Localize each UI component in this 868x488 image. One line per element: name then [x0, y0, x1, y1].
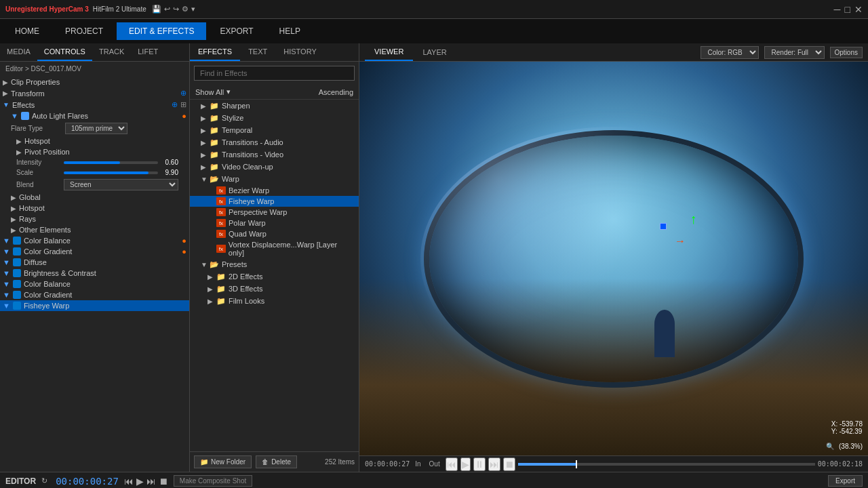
editor-play-icon[interactable]: ▶: [136, 476, 144, 487]
blend-select[interactable]: Screen: [64, 179, 178, 190]
effects-tree: ▶ Clip Properties ▶ Transform ⊕ ▼ Effect…: [0, 75, 189, 472]
clip-properties-item[interactable]: ▶ Clip Properties: [0, 77, 189, 87]
color-balance-1-item[interactable]: ▼ Color Balance ●: [0, 235, 189, 246]
other-elements-item[interactable]: ▶ Other Elements: [0, 224, 189, 235]
items-count: 252 Items: [325, 458, 355, 466]
color-gradient-2-item[interactable]: ▼ Color Gradient: [0, 289, 189, 300]
tab-media[interactable]: MEDIA: [0, 43, 37, 61]
brightness-contrast-item[interactable]: ▼ Brightness & Contrast: [0, 268, 189, 279]
editor-stop-icon[interactable]: ⏹: [159, 476, 168, 487]
tab-viewer[interactable]: VIEWER: [365, 43, 413, 61]
effects-item-quad-warp[interactable]: fx Quad Warp: [190, 228, 359, 239]
color-gradient-remove[interactable]: ●: [182, 247, 186, 256]
effects-item-transitions-video[interactable]: ▶ 📁 Transitions - Video: [190, 148, 359, 161]
tab-lifet[interactable]: LIFET: [131, 43, 165, 61]
transform-item[interactable]: ▶ Transform ⊕: [0, 87, 189, 99]
effects-item-presets[interactable]: ▼ 📂 Presets: [190, 258, 359, 270]
effects-item-sharpen[interactable]: ▶ 📁 Sharpen: [190, 100, 359, 112]
playback-bar: 00:00:00:27 In Out ⏮ ▶ ⏸ ⏭ ⏹ 00:00:02:18: [359, 455, 868, 472]
effects-menu-icon[interactable]: ⊞: [180, 100, 186, 109]
hotspot-item[interactable]: ▶ Hotspot: [0, 136, 189, 146]
transform-add-icon[interactable]: ⊕: [180, 89, 186, 98]
global-item[interactable]: ▶ Global: [0, 192, 189, 203]
effect-icon: fx: [216, 186, 226, 195]
folder-icon: 📁: [216, 296, 226, 306]
color-balance-2-item[interactable]: ▼ Color Balance: [0, 279, 189, 289]
effects-item-2d[interactable]: ▶ 📁 2D Effects: [190, 270, 359, 283]
flare-type-select[interactable]: 105mm prime: [65, 123, 127, 134]
nav-export[interactable]: EXPORT: [208, 22, 265, 40]
composite-button[interactable]: Make Composite Shot: [174, 475, 252, 487]
zoom-icon[interactable]: 🔍: [826, 443, 834, 450]
dropdown-icon[interactable]: ▾: [191, 5, 195, 14]
tab-layer[interactable]: LAYER: [413, 44, 456, 60]
maximize-icon[interactable]: □: [845, 4, 850, 15]
color-gradient-1-item[interactable]: ▼ Color Gradient ●: [0, 246, 189, 257]
app-subtitle: HitFilm 2 Ultimate: [93, 5, 146, 13]
save-icon[interactable]: 💾: [152, 5, 161, 14]
effects-add-icon[interactable]: ⊕: [172, 100, 178, 109]
effects-item-vortex[interactable]: fx Vortex Displaceme...Warp [Layer only]: [190, 239, 359, 258]
play-to-start-button[interactable]: ⏮: [446, 458, 458, 471]
auto-light-flares-remove[interactable]: ●: [182, 112, 186, 120]
effects-item-temporal[interactable]: ▶ 📁 Temporal: [190, 124, 359, 136]
red-arrow: →: [675, 235, 686, 247]
tab-text[interactable]: TEXT: [240, 43, 275, 61]
minimize-icon[interactable]: ─: [834, 4, 841, 15]
effects-item-bezier-warp[interactable]: fx Bezier Warp: [190, 185, 359, 196]
color-select[interactable]: Color: RGB: [701, 46, 759, 59]
effects-item-transitions-audio[interactable]: ▶ 📁 Transitions - Audio: [190, 136, 359, 148]
auto-light-flares-item[interactable]: ▼ Auto Light Flares ●: [0, 110, 189, 121]
delete-button[interactable]: 🗑 Delete: [256, 455, 297, 468]
new-folder-button[interactable]: 📁 New Folder: [194, 455, 252, 468]
tab-track[interactable]: TRACK: [92, 43, 131, 61]
pause-button[interactable]: ⏸: [473, 458, 486, 471]
playback-slider[interactable]: [518, 463, 815, 466]
effect-icon: fx: [216, 230, 226, 238]
effects-item-film-looks[interactable]: ▶ 📁 Film Looks: [190, 295, 359, 307]
diffuse-item[interactable]: ▼ Diffuse: [0, 257, 189, 268]
settings-icon[interactable]: ⚙: [182, 5, 189, 14]
play-button[interactable]: ▶: [460, 458, 471, 471]
effects-item-polar-warp[interactable]: fx Polar Warp: [190, 218, 359, 228]
loop-icon[interactable]: ↻: [41, 476, 47, 485]
nav-help[interactable]: HELP: [267, 22, 313, 40]
hotspot-global-item[interactable]: ▶ Hotspot: [0, 203, 189, 214]
tab-controls[interactable]: CONTROLS: [37, 43, 92, 61]
editor-next-icon[interactable]: ⏭: [146, 476, 156, 487]
show-all-button[interactable]: Show All ▾: [195, 87, 231, 96]
editor-prev-icon[interactable]: ⏮: [124, 476, 134, 487]
effects-item-3d[interactable]: ▶ 📁 3D Effects: [190, 283, 359, 295]
ascending-button[interactable]: Ascending: [319, 88, 353, 96]
effects-item-video-cleanup[interactable]: ▶ 📁 Video Clean-up: [190, 161, 359, 173]
close-icon[interactable]: ✕: [854, 4, 863, 15]
color-balance-remove[interactable]: ●: [182, 237, 186, 245]
effects-search-input[interactable]: [194, 66, 355, 81]
effects-item-perspective-warp[interactable]: fx Perspective Warp: [190, 207, 359, 218]
options-button[interactable]: Options: [830, 47, 863, 58]
fisheye-warp-active-item[interactable]: ▼ Fisheye Warp: [0, 300, 189, 311]
redo-icon[interactable]: ↪: [173, 5, 179, 14]
tab-history[interactable]: HISTORY: [275, 43, 325, 61]
effects-item-fisheye-warp[interactable]: fx Fisheye Warp: [190, 196, 359, 207]
folder-icon: 📁: [210, 150, 219, 159]
rays-item[interactable]: ▶ Rays: [0, 214, 189, 224]
tab-effects[interactable]: EFFECTS: [190, 43, 240, 61]
nav-home[interactable]: HOME: [3, 22, 52, 40]
viewer-options: Color: RGB Render: Full Options: [701, 46, 863, 59]
undo-icon[interactable]: ↩: [164, 5, 170, 14]
play-to-end-button[interactable]: ⏭: [488, 458, 500, 471]
effects-heading[interactable]: ▼ Effects ⊕ ⊞: [0, 99, 189, 110]
nav-bar: HOME PROJECT EDIT & EFFECTS EXPORT HELP: [0, 19, 868, 43]
effects-item-stylize[interactable]: ▶ 📁 Stylize: [190, 112, 359, 124]
folder-icon: 📁: [210, 125, 219, 135]
nav-project[interactable]: PROJECT: [53, 22, 115, 40]
loop-button[interactable]: ⏹: [503, 458, 515, 471]
effects-footer: 📁 New Folder 🗑 Delete 252 Items: [190, 451, 359, 472]
nav-edit-effects[interactable]: EDIT & EFFECTS: [117, 22, 206, 40]
effects-item-warp[interactable]: ▼ 📂 Warp: [190, 173, 359, 185]
out-label: Out: [429, 460, 440, 468]
render-select[interactable]: Render: Full: [764, 46, 825, 59]
pivot-position-item[interactable]: ▶ Pivot Position: [0, 146, 189, 157]
export-button[interactable]: Export: [828, 475, 863, 487]
